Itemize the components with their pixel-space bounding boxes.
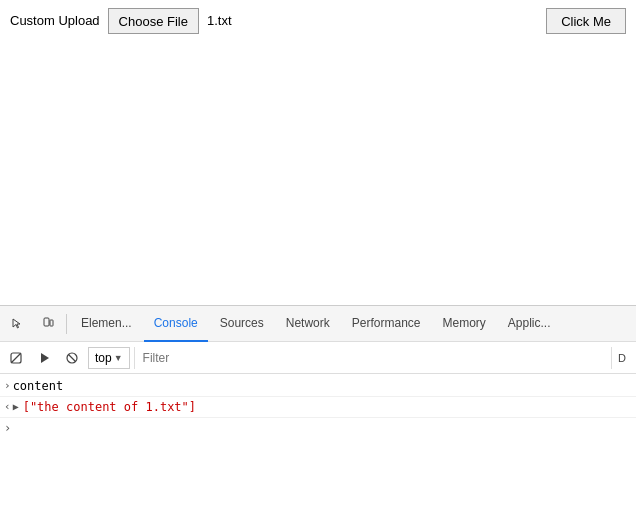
console-play-icon[interactable] — [32, 346, 56, 370]
svg-line-3 — [11, 353, 21, 363]
line-expand-caret-2[interactable]: ‹ — [4, 398, 11, 416]
tab-application[interactable]: Applic... — [498, 306, 561, 342]
svg-line-6 — [69, 354, 76, 361]
svg-rect-0 — [44, 318, 49, 326]
devtools-tabbar: Elemen... Console Sources Network Perfor… — [0, 306, 636, 342]
filter-input[interactable] — [134, 347, 607, 369]
console-line-content: › content — [0, 376, 636, 397]
context-dropdown-icon: ▼ — [114, 353, 123, 363]
tab-elements[interactable]: Elemen... — [71, 306, 142, 342]
block-icon[interactable] — [60, 346, 84, 370]
choose-file-button[interactable]: Choose File — [108, 8, 199, 34]
clear-console-icon[interactable] — [4, 346, 28, 370]
click-me-button[interactable]: Click Me — [546, 8, 626, 34]
inspect-element-icon[interactable] — [4, 310, 32, 338]
tab-console[interactable]: Console — [144, 306, 208, 342]
console-prompt-line: › — [0, 418, 636, 438]
tab-sources[interactable]: Sources — [210, 306, 274, 342]
console-prompt-symbol: › — [4, 419, 11, 437]
filter-levels-label[interactable]: D — [611, 347, 632, 369]
tab-network[interactable]: Network — [276, 306, 340, 342]
context-label: top — [95, 351, 112, 365]
svg-rect-1 — [50, 320, 53, 326]
console-text-content: content — [13, 377, 64, 395]
svg-marker-4 — [41, 353, 49, 363]
console-array-value: ["the content of 1.txt"] — [23, 398, 196, 416]
line-expand-caret[interactable]: › — [4, 377, 11, 395]
console-line-array: ‹ ["the content of 1.txt"] — [0, 397, 636, 418]
device-toggle-icon[interactable] — [34, 310, 62, 338]
main-area: Custom Upload Choose File 1.txt Click Me — [0, 0, 636, 305]
devtools-panel: Elemen... Console Sources Network Perfor… — [0, 305, 636, 515]
array-expand-arrow[interactable] — [13, 398, 19, 416]
console-controls-bar: top ▼ D — [0, 342, 636, 374]
context-selector[interactable]: top ▼ — [88, 347, 130, 369]
tab-memory[interactable]: Memory — [432, 306, 495, 342]
toolbar-separator — [66, 314, 67, 334]
file-name-display: 1.txt — [207, 8, 232, 34]
console-output: › content ‹ ["the content of 1.txt"] › — [0, 374, 636, 515]
custom-upload-label: Custom Upload — [10, 8, 100, 34]
tab-performance[interactable]: Performance — [342, 306, 431, 342]
